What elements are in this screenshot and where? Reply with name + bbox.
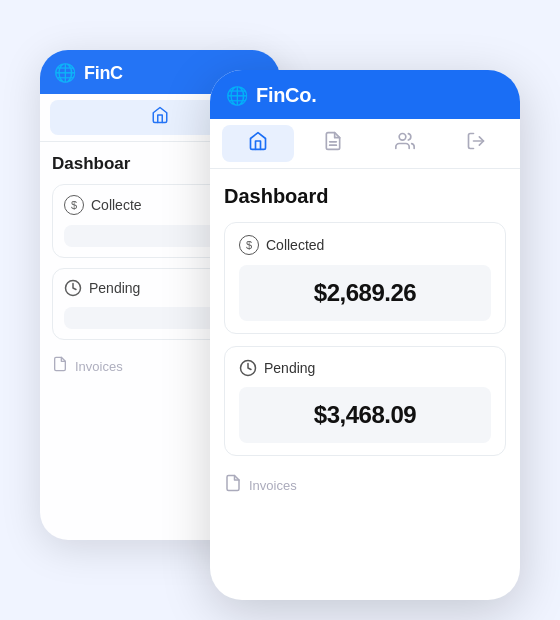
front-logout-icon: [466, 131, 486, 156]
collected-value: $2,689.26: [314, 279, 416, 306]
front-content: Dashboard $ Collected $2,689.26 Pending: [210, 169, 520, 518]
pending-value: $3,468.09: [314, 401, 416, 428]
back-pending-icon: [64, 279, 82, 297]
front-users-icon: [395, 131, 415, 156]
scene: 🌐 FinC Dashboar $ Collecte: [40, 30, 520, 590]
front-invoices-row: Invoices: [224, 468, 506, 502]
back-home-icon: [151, 106, 169, 129]
phone-front: 🌐 FinCo.: [210, 70, 520, 600]
pending-clock-icon: [239, 359, 257, 377]
back-globe-icon: 🌐: [54, 62, 76, 84]
back-brand-name: FinC: [84, 63, 123, 84]
front-invoices-label: Invoices: [249, 478, 297, 493]
front-globe-icon: 🌐: [226, 85, 248, 107]
front-invoices-icon: [224, 474, 242, 496]
back-collected-icon: $: [64, 195, 84, 215]
back-pending-label: Pending: [89, 280, 140, 296]
collected-value-box: $2,689.26: [239, 265, 491, 321]
collected-card: $ Collected $2,689.26: [224, 222, 506, 334]
back-invoices-label: Invoices: [75, 359, 123, 374]
collected-label: Collected: [266, 237, 324, 253]
front-home-icon: [248, 131, 268, 156]
front-header: 🌐 FinCo.: [210, 70, 520, 119]
front-documents-icon: [323, 131, 343, 156]
back-invoices-icon: [52, 356, 68, 376]
front-nav-tabs: [210, 119, 520, 169]
pending-card: Pending $3,468.09: [224, 346, 506, 456]
front-page-title: Dashboard: [224, 185, 506, 208]
back-collected-label: Collecte: [91, 197, 142, 213]
svg-point-3: [399, 134, 406, 141]
pending-label: Pending: [264, 360, 315, 376]
front-tab-documents[interactable]: [298, 119, 370, 168]
collected-dollar-icon: $: [239, 235, 259, 255]
front-tab-home[interactable]: [222, 125, 294, 162]
front-tab-users[interactable]: [369, 119, 441, 168]
pending-value-box: $3,468.09: [239, 387, 491, 443]
front-tab-logout[interactable]: [441, 119, 513, 168]
front-brand-name: FinCo.: [256, 84, 316, 107]
